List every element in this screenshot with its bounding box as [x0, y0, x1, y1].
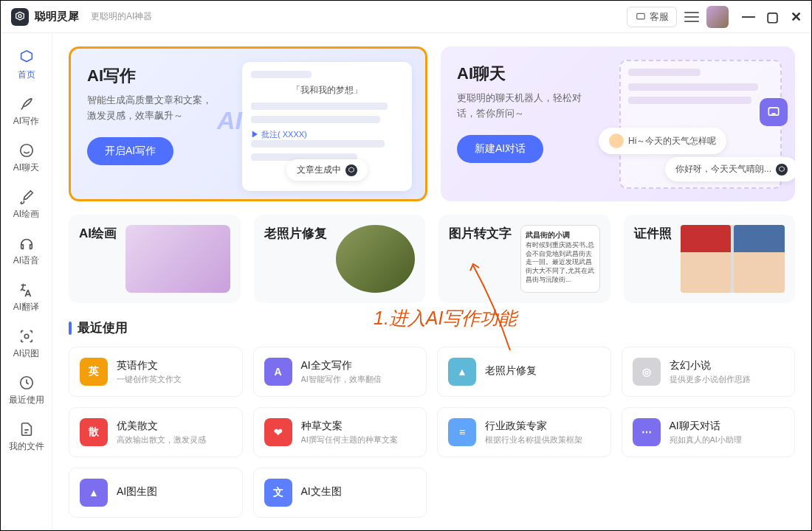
- hero-writing-desc: 智能生成高质量文章和文案，激发灵感，效率飙升～: [87, 93, 220, 124]
- sidebar-item-translate[interactable]: AI翻译: [1, 274, 52, 321]
- smile-icon: [18, 142, 35, 159]
- menu-button[interactable]: [684, 12, 699, 22]
- recent-desc: AI撰写任何主题的种草文案: [301, 434, 416, 445]
- hero-chat-desc: 更聪明的聊天机器人，轻松对话，答你所问～: [457, 91, 590, 122]
- chat-preview: Hi～今天的天气怎样呢 你好呀，今天天气晴朗...: [619, 60, 782, 189]
- sidebar-item-recent[interactable]: 最近使用: [1, 367, 52, 414]
- recent-item-6[interactable]: ≡ 行业政策专家 根据行业名称提供政策框架: [437, 407, 611, 457]
- customer-service-button[interactable]: 客服: [627, 7, 677, 27]
- sidebar-item-writing[interactable]: AI写作: [1, 88, 52, 135]
- svg-point-3: [24, 334, 29, 339]
- recent-icon: ≡: [448, 418, 476, 446]
- recent-icon: ▲: [448, 358, 476, 386]
- recent-title: 种草文案: [301, 420, 416, 433]
- recent-icon: 散: [80, 418, 108, 446]
- feature-ocr[interactable]: 图片转文字 武昌街的小调 有时候到重庆路买书,总会不自觉地到武昌街去走一回。最近…: [438, 215, 610, 303]
- recent-item-2[interactable]: ▲ 老照片修复: [437, 347, 611, 397]
- bot-avatar-icon: [609, 133, 624, 148]
- recent-item-9[interactable]: 文 AI文生图: [253, 468, 427, 518]
- home-icon: [18, 49, 35, 66]
- recent-item-8[interactable]: ▲ AI图生图: [69, 468, 243, 518]
- hero-chat-card[interactable]: AI聊天 更聪明的聊天机器人，轻松对话，答你所问～ 新建AI对话 Hi～今天的天…: [441, 46, 795, 201]
- feature-id-photo[interactable]: 证件照: [624, 215, 796, 303]
- recent-section-header: 最近使用: [69, 319, 795, 336]
- history-icon: [18, 375, 35, 391]
- brush-icon: [18, 189, 35, 205]
- recent-desc: 提供更多小说创作思路: [670, 374, 785, 385]
- feather-icon: [18, 96, 35, 112]
- start-writing-button[interactable]: 开启AI写作: [87, 137, 173, 165]
- main-content: AI写作 智能生成高质量文章和文案，激发灵感，效率飙升～ 开启AI写作 「我和我…: [52, 33, 811, 530]
- recent-item-1[interactable]: A AI全文写作 AI智能写作，效率翻倍: [253, 347, 427, 397]
- chat-bubble-user: Hi～今天的天气怎样呢: [599, 128, 726, 154]
- recent-item-3[interactable]: ◎ 玄幻小说 提供更多小说创作思路: [622, 347, 796, 397]
- logo-icon: [11, 8, 29, 26]
- recent-title: 老照片修复: [485, 364, 600, 378]
- recent-desc: 高效输出散文，激发灵感: [117, 434, 232, 445]
- feature-paint[interactable]: AI绘画: [69, 215, 241, 303]
- feature-photo-restore[interactable]: 老照片修复: [254, 215, 426, 303]
- recent-desc: 宛如真人的AI小助理: [670, 434, 785, 445]
- recent-icon: A: [264, 358, 292, 386]
- recent-title: AI文生图: [301, 485, 416, 499]
- generating-badge: 文章生成中: [286, 159, 368, 181]
- recent-title: 英语作文: [117, 359, 232, 372]
- scan-icon: [18, 328, 35, 344]
- recent-icon: ▲: [80, 479, 108, 507]
- sidebar-item-vision[interactable]: AI识图: [1, 321, 52, 367]
- chat-icon: [635, 12, 647, 22]
- svg-point-0: [18, 14, 21, 17]
- recent-icon: ❤: [264, 418, 292, 446]
- sidebar-item-paint[interactable]: AI绘画: [1, 181, 52, 228]
- recent-title: 优美散文: [117, 420, 232, 433]
- sidebar-item-chat[interactable]: AI聊天: [1, 135, 52, 181]
- sidebar-item-voice[interactable]: AI语音: [1, 228, 52, 274]
- recent-icon: 英: [80, 358, 108, 386]
- hero-writing-card[interactable]: AI写作 智能生成高质量文章和文案，激发灵感，效率飙升～ 开启AI写作 「我和我…: [69, 46, 427, 201]
- close-button[interactable]: ✕: [791, 12, 801, 22]
- app-name: 聪明灵犀: [35, 10, 79, 24]
- translate-icon: [18, 282, 35, 298]
- recent-desc: 一键创作英文作文: [117, 374, 232, 385]
- id-preview: [681, 225, 785, 293]
- writing-preview: 「我和我的梦想」 ▶ 批注( XXXX) AI 文章生成中: [242, 62, 412, 191]
- recent-desc: AI智能写作，效率翻倍: [301, 374, 416, 385]
- recent-title: AI图生图: [117, 485, 232, 499]
- recent-item-0[interactable]: 英 英语作文 一键创作英文作文: [69, 347, 243, 397]
- chat-bubble-ai: 你好呀，今天天气晴朗...: [665, 157, 795, 181]
- paint-preview-image: [125, 225, 230, 293]
- file-icon: [18, 421, 35, 437]
- maximize-button[interactable]: ▢: [767, 12, 777, 22]
- sidebar: 首页 AI写作 AI聊天 AI绘画 AI语音 AI翻译 AI识图 最近使用: [1, 33, 52, 530]
- recent-item-5[interactable]: ❤ 种草文案 AI撰写任何主题的种草文案: [253, 407, 427, 457]
- recent-icon: ◎: [633, 358, 661, 386]
- recent-title: AI聊天对话: [670, 420, 785, 433]
- new-chat-button[interactable]: 新建AI对话: [457, 135, 543, 163]
- recent-title: AI全文写作: [301, 359, 416, 372]
- svg-point-2: [20, 145, 32, 157]
- recent-title: 行业政策专家: [485, 420, 600, 433]
- recent-title: 玄幻小说: [670, 359, 785, 372]
- logo-mini-icon: [345, 164, 357, 176]
- minimize-button[interactable]: —: [743, 12, 754, 22]
- recent-desc: 根据行业名称提供政策框架: [485, 434, 600, 445]
- photo-preview-image: [336, 225, 416, 293]
- app-subtitle: 更聪明的AI神器: [91, 10, 152, 23]
- chat-float-icon: [760, 98, 788, 126]
- headphones-icon: [18, 235, 35, 251]
- ocr-preview: 武昌街的小调 有时候到重庆路买书,总会不自觉地到武昌街去走一回。最近发现武昌街大…: [520, 225, 600, 293]
- recent-icon: ⋯: [633, 418, 661, 446]
- sidebar-item-home[interactable]: 首页: [1, 42, 52, 88]
- sidebar-item-files[interactable]: 我的文件: [1, 414, 52, 460]
- recent-item-7[interactable]: ⋯ AI聊天对话 宛如真人的AI小助理: [622, 407, 796, 457]
- user-avatar[interactable]: [706, 6, 729, 28]
- titlebar: 聪明灵犀 更聪明的AI神器 客服 — ▢ ✕: [1, 1, 811, 33]
- recent-item-4[interactable]: 散 优美散文 高效输出散文，激发灵感: [69, 407, 243, 457]
- app-logo: 聪明灵犀 更聪明的AI神器: [11, 8, 152, 26]
- recent-icon: 文: [264, 479, 292, 507]
- ai-watermark: AI: [217, 106, 242, 135]
- logo-mini-icon: [776, 164, 788, 176]
